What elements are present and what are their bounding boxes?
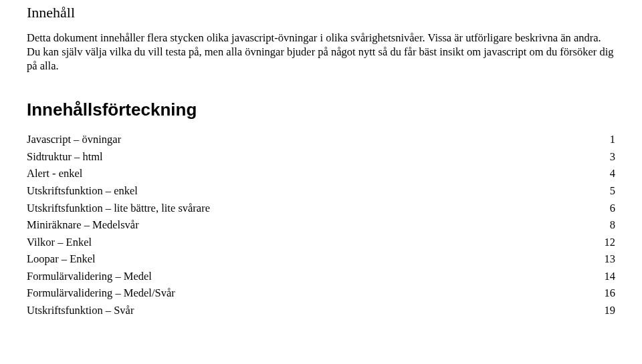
toc-heading: Innehållsförteckning	[27, 100, 615, 120]
toc-item-page: 1	[610, 131, 615, 148]
toc-item-page: 13	[605, 250, 616, 268]
toc-row: Miniräknare – Medelsvår8	[27, 216, 615, 234]
toc-item-label: Utskriftsfunktion – enkel	[27, 182, 138, 200]
document-page: Innehåll Detta dokument innehåller flera…	[0, 0, 642, 319]
toc-item-page: 3	[610, 148, 615, 166]
toc-row: Utskriftsfunktion – lite bättre, lite sv…	[27, 200, 615, 217]
toc-item-page: 4	[610, 165, 615, 182]
toc-item-page: 16	[605, 285, 616, 302]
toc-item-page: 14	[605, 268, 616, 285]
toc-item-label: Formulärvalidering – Medel/Svår	[27, 285, 175, 302]
toc-item-page: 12	[605, 234, 616, 251]
toc-item-page: 5	[610, 182, 615, 200]
toc-item-page: 8	[610, 216, 615, 234]
toc-row: Sidtruktur – html3	[27, 148, 615, 166]
toc-row: Loopar – Enkel13	[27, 250, 615, 268]
toc-row: Utskriftsfunktion – enkel5	[27, 182, 615, 200]
intro-paragraph: Detta dokument innehåller flera stycken …	[27, 31, 615, 73]
page-heading: Innehåll	[27, 4, 615, 21]
toc-item-label: Loopar – Enkel	[27, 250, 96, 268]
toc-item-label: Sidtruktur – html	[27, 148, 103, 166]
toc-item-label: Alert - enkel	[27, 165, 82, 182]
toc-row: Utskriftsfunktion – Svår19	[27, 302, 615, 319]
toc-item-label: Javascript – övningar	[27, 131, 121, 148]
toc-item-label: Miniräknare – Medelsvår	[27, 216, 139, 234]
toc-item-page: 19	[605, 302, 616, 319]
toc-row: Formulärvalidering – Medel/Svår16	[27, 285, 615, 302]
toc-item-label: Vilkor – Enkel	[27, 234, 92, 251]
toc-item-label: Utskriftsfunktion – Svår	[27, 302, 134, 319]
toc-row: Javascript – övningar1	[27, 131, 615, 148]
toc-item-label: Formulärvalidering – Medel	[27, 268, 152, 285]
toc-row: Alert - enkel4	[27, 165, 615, 182]
toc-item-label: Utskriftsfunktion – lite bättre, lite sv…	[27, 200, 210, 217]
toc-item-page: 6	[610, 200, 615, 217]
toc-row: Vilkor – Enkel12	[27, 234, 615, 251]
toc-row: Formulärvalidering – Medel14	[27, 268, 615, 285]
toc-list: Javascript – övningar1Sidtruktur – html3…	[27, 131, 615, 319]
